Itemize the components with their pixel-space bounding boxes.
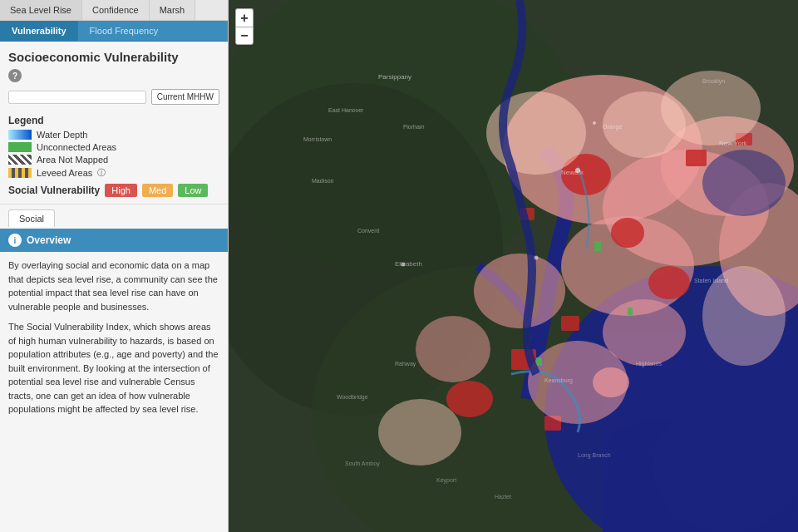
not-mapped-label: Area Not Mapped bbox=[37, 155, 108, 165]
svg-text:Long Branch: Long Branch bbox=[578, 452, 611, 459]
tab-sea-level-rise[interactable]: Sea Level Rise bbox=[0, 0, 82, 20]
svg-point-22 bbox=[474, 254, 565, 328]
svg-text:Highlands: Highlands bbox=[636, 361, 663, 367]
svg-rect-32 bbox=[536, 357, 542, 366]
tab-confidence[interactable]: Confidence bbox=[82, 0, 150, 20]
svg-point-25 bbox=[603, 299, 686, 366]
svg-text:Orange: Orange bbox=[603, 124, 622, 131]
sea-level-slider[interactable] bbox=[8, 91, 146, 104]
svg-point-35 bbox=[702, 150, 786, 216]
svg-point-58 bbox=[401, 263, 406, 267]
svg-text:Parsippany: Parsippany bbox=[378, 73, 411, 81]
svg-text:Rahway: Rahway bbox=[395, 361, 416, 367]
water-depth-label: Water Depth bbox=[37, 130, 87, 140]
svg-text:Brooklyn: Brooklyn bbox=[702, 78, 725, 85]
leveed-swatch bbox=[8, 168, 32, 178]
svg-point-57 bbox=[534, 256, 539, 260]
svg-point-59 bbox=[593, 121, 596, 125]
svg-text:Staten Island: Staten Island bbox=[694, 278, 728, 283]
zoom-out-button[interactable]: − bbox=[235, 27, 254, 45]
left-panel: Sea Level Rise Confidence Marsh Vulnerab… bbox=[0, 0, 229, 532]
water-depth-swatch bbox=[8, 130, 32, 140]
leveed-info-icon[interactable]: ⓘ bbox=[97, 167, 106, 179]
unconnected-label: Unconnected Areas bbox=[37, 142, 116, 152]
sv-med-badge: Med bbox=[142, 184, 173, 197]
top-tabs-container: Sea Level Rise Confidence Marsh bbox=[0, 0, 228, 21]
svg-text:East Hanover: East Hanover bbox=[328, 107, 364, 113]
legend-item-unconnected: Unconnected Areas bbox=[8, 142, 219, 152]
svg-point-23 bbox=[416, 316, 490, 382]
overview-text: By overlaying social and economic data o… bbox=[0, 252, 228, 532]
svg-point-30 bbox=[378, 399, 461, 466]
question-row: ? bbox=[0, 67, 228, 87]
sv-low-badge: Low bbox=[178, 184, 208, 197]
svg-text:Newark: Newark bbox=[561, 169, 584, 176]
legend-item-water-depth: Water Depth bbox=[8, 130, 219, 140]
svg-text:Madison: Madison bbox=[312, 178, 334, 184]
overview-title: Overview bbox=[27, 234, 71, 246]
overview-info-icon: i bbox=[8, 234, 22, 247]
map-svg: Parsippany East Hanover Florham Morristo… bbox=[229, 0, 798, 532]
svg-text:Keyport: Keyport bbox=[436, 477, 456, 484]
svg-rect-12 bbox=[686, 150, 707, 166]
social-tab-button[interactable]: Social bbox=[8, 209, 55, 227]
legend-item-leveed: Leveed Areas ⓘ bbox=[8, 167, 219, 179]
svg-rect-31 bbox=[594, 241, 601, 251]
legend-item-not-mapped: Area Not Mapped bbox=[8, 155, 219, 165]
svg-text:Elizabeth: Elizabeth bbox=[395, 260, 422, 268]
section-title: Socioeconomic Vulnerability bbox=[0, 42, 228, 67]
zoom-in-button[interactable]: + bbox=[235, 8, 254, 27]
not-mapped-swatch bbox=[8, 155, 32, 165]
sub-tabs-container: Vulnerability Flood Frequency bbox=[0, 21, 228, 42]
overview-header: i Overview bbox=[0, 229, 228, 252]
svg-text:Morristown: Morristown bbox=[303, 136, 332, 142]
svg-rect-33 bbox=[628, 308, 633, 315]
svg-text:Woodbridge: Woodbridge bbox=[337, 394, 368, 401]
svg-point-34 bbox=[653, 399, 798, 532]
map-area[interactable]: + − bbox=[229, 0, 798, 532]
slider-row: Current MHHW bbox=[0, 87, 228, 111]
social-vulnerability-title: Social Vulnerability bbox=[8, 185, 100, 196]
overview-paragraph-2: The Social Vulnerability Index, which sh… bbox=[8, 320, 219, 416]
help-icon[interactable]: ? bbox=[8, 69, 22, 82]
svg-point-19 bbox=[446, 381, 493, 417]
tab-flood-frequency[interactable]: Flood Frequency bbox=[78, 21, 170, 41]
zoom-controls: + − bbox=[235, 8, 254, 45]
svg-text:Hazlet: Hazlet bbox=[495, 494, 511, 500]
unconnected-swatch bbox=[8, 142, 32, 152]
legend-section: Legend Water Depth Unconnected Areas Are… bbox=[0, 111, 228, 202]
svg-text:Florham: Florham bbox=[403, 124, 425, 130]
svg-text:South Amboy: South Amboy bbox=[345, 461, 380, 467]
leveed-label: Leveed Areas bbox=[37, 168, 92, 178]
social-tab-row: Social bbox=[0, 204, 228, 229]
tab-marsh[interactable]: Marsh bbox=[150, 0, 196, 20]
overview-paragraph-1: By overlaying social and economic data o… bbox=[8, 259, 219, 313]
svg-point-14 bbox=[611, 218, 644, 248]
current-mhhw-button[interactable]: Current MHHW bbox=[151, 89, 219, 105]
svg-point-56 bbox=[575, 168, 580, 173]
svg-text:New York: New York bbox=[719, 140, 748, 147]
svg-point-16 bbox=[648, 266, 690, 299]
tab-vulnerability[interactable]: Vulnerability bbox=[0, 21, 78, 41]
legend-title: Legend bbox=[8, 115, 219, 126]
sv-high-badge: High bbox=[105, 184, 137, 197]
svg-text:Keansburg: Keansburg bbox=[544, 377, 573, 384]
svg-rect-17 bbox=[561, 316, 579, 331]
svg-text:Convent: Convent bbox=[357, 228, 379, 234]
social-vulnerability-row: Social Vulnerability High Med Low bbox=[8, 184, 219, 197]
